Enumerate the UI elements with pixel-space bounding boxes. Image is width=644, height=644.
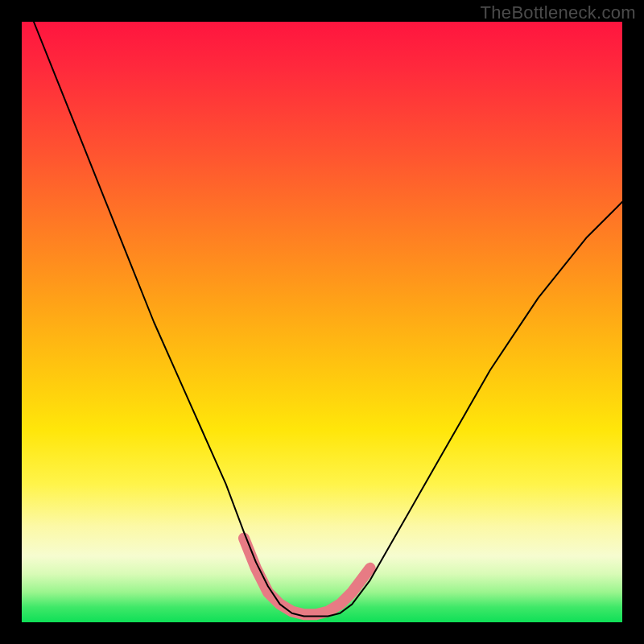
chart-svg (22, 22, 622, 622)
watermark-text: TheBottleneck.com (481, 2, 636, 23)
black-curve (34, 22, 622, 617)
plot-area (22, 22, 622, 622)
chart-frame: TheBottleneck.com (0, 0, 644, 644)
